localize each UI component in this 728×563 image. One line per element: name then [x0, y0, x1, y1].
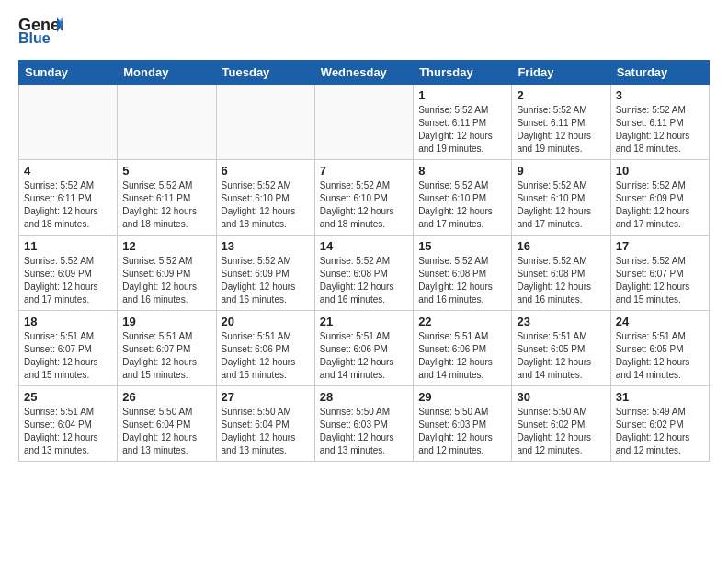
day-info: Sunrise: 5:51 AM Sunset: 6:07 PM Dayligh…: [24, 330, 112, 382]
day-info: Sunrise: 5:51 AM Sunset: 6:06 PM Dayligh…: [222, 330, 310, 382]
day-number: 30: [517, 390, 605, 404]
day-number: 16: [517, 239, 605, 253]
calendar-cell: [19, 85, 118, 160]
day-number: 6: [222, 164, 310, 178]
day-number: 19: [122, 315, 210, 328]
day-info: Sunrise: 5:52 AM Sunset: 6:09 PM Dayligh…: [616, 179, 704, 231]
day-number: 11: [24, 239, 112, 253]
day-info: Sunrise: 5:52 AM Sunset: 6:08 PM Dayligh…: [320, 255, 408, 306]
calendar-cell: 18Sunrise: 5:51 AM Sunset: 6:07 PM Dayli…: [19, 311, 118, 386]
calendar-cell: 1Sunrise: 5:52 AM Sunset: 6:11 PM Daylig…: [414, 85, 512, 160]
day-info: Sunrise: 5:52 AM Sunset: 6:07 PM Dayligh…: [616, 255, 704, 306]
day-number: 10: [616, 164, 704, 178]
calendar-cell: [216, 85, 314, 160]
calendar-cell: 3Sunrise: 5:52 AM Sunset: 6:11 PM Daylig…: [610, 85, 709, 160]
day-info: Sunrise: 5:52 AM Sunset: 6:11 PM Dayligh…: [616, 104, 704, 155]
calendar-cell: 7Sunrise: 5:52 AM Sunset: 6:10 PM Daylig…: [314, 160, 413, 236]
weekday-monday: Monday: [118, 61, 216, 85]
day-number: 9: [517, 164, 605, 178]
calendar-cell: 19Sunrise: 5:51 AM Sunset: 6:07 PM Dayli…: [118, 311, 216, 386]
calendar-cell: 25Sunrise: 5:51 AM Sunset: 6:04 PM Dayli…: [19, 386, 118, 462]
day-info: Sunrise: 5:51 AM Sunset: 6:06 PM Dayligh…: [418, 330, 506, 382]
day-number: 3: [616, 88, 704, 102]
day-number: 14: [320, 239, 408, 253]
weekday-tuesday: Tuesday: [216, 61, 314, 85]
day-number: 26: [122, 390, 210, 404]
weekday-thursday: Thursday: [414, 61, 512, 85]
weekday-header-row: SundayMondayTuesdayWednesdayThursdayFrid…: [19, 61, 710, 85]
week-row-5: 25Sunrise: 5:51 AM Sunset: 6:04 PM Dayli…: [19, 386, 710, 462]
day-info: Sunrise: 5:52 AM Sunset: 6:11 PM Dayligh…: [122, 179, 210, 231]
day-number: 28: [320, 390, 408, 404]
day-number: 31: [616, 390, 704, 404]
day-number: 17: [616, 239, 704, 253]
day-number: 18: [24, 315, 112, 328]
day-info: Sunrise: 5:52 AM Sunset: 6:11 PM Dayligh…: [24, 179, 112, 231]
calendar-cell: 20Sunrise: 5:51 AM Sunset: 6:06 PM Dayli…: [216, 311, 314, 386]
weekday-sunday: Sunday: [19, 61, 118, 85]
calendar-cell: 9Sunrise: 5:52 AM Sunset: 6:10 PM Daylig…: [512, 160, 610, 236]
day-number: 1: [418, 88, 506, 102]
calendar-cell: 2Sunrise: 5:52 AM Sunset: 6:11 PM Daylig…: [512, 85, 610, 160]
calendar-cell: 15Sunrise: 5:52 AM Sunset: 6:08 PM Dayli…: [414, 236, 512, 311]
day-number: 22: [418, 315, 506, 328]
day-info: Sunrise: 5:50 AM Sunset: 6:04 PM Dayligh…: [122, 406, 210, 457]
calendar-cell: 12Sunrise: 5:52 AM Sunset: 6:09 PM Dayli…: [118, 236, 216, 311]
day-info: Sunrise: 5:52 AM Sunset: 6:09 PM Dayligh…: [222, 255, 310, 306]
logo: General Blue: [18, 14, 63, 51]
day-number: 7: [320, 164, 408, 178]
calendar-table: SundayMondayTuesdayWednesdayThursdayFrid…: [18, 60, 710, 462]
calendar-cell: 27Sunrise: 5:50 AM Sunset: 6:04 PM Dayli…: [216, 386, 314, 462]
day-info: Sunrise: 5:51 AM Sunset: 6:05 PM Dayligh…: [517, 330, 605, 382]
day-number: 2: [517, 88, 605, 102]
day-info: Sunrise: 5:52 AM Sunset: 6:11 PM Dayligh…: [517, 104, 605, 155]
page-container: General Blue SundayMondayTuesdayWednesda…: [0, 0, 728, 476]
day-info: Sunrise: 5:51 AM Sunset: 6:04 PM Dayligh…: [24, 406, 112, 457]
calendar-cell: 29Sunrise: 5:50 AM Sunset: 6:03 PM Dayli…: [414, 386, 512, 462]
day-number: 20: [222, 315, 310, 328]
logo-icon: General Blue: [18, 14, 63, 51]
week-row-1: 1Sunrise: 5:52 AM Sunset: 6:11 PM Daylig…: [19, 85, 710, 160]
calendar-cell: 4Sunrise: 5:52 AM Sunset: 6:11 PM Daylig…: [19, 160, 118, 236]
calendar-cell: 26Sunrise: 5:50 AM Sunset: 6:04 PM Dayli…: [118, 386, 216, 462]
calendar-cell: 23Sunrise: 5:51 AM Sunset: 6:05 PM Dayli…: [512, 311, 610, 386]
day-info: Sunrise: 5:52 AM Sunset: 6:10 PM Dayligh…: [222, 179, 310, 231]
day-info: Sunrise: 5:49 AM Sunset: 6:02 PM Dayligh…: [616, 406, 704, 457]
day-info: Sunrise: 5:50 AM Sunset: 6:02 PM Dayligh…: [517, 406, 605, 457]
weekday-saturday: Saturday: [610, 61, 709, 85]
day-number: 12: [122, 239, 210, 253]
header: General Blue: [18, 14, 710, 51]
svg-text:Blue: Blue: [18, 30, 51, 46]
calendar-cell: 24Sunrise: 5:51 AM Sunset: 6:05 PM Dayli…: [610, 311, 709, 386]
calendar-cell: 17Sunrise: 5:52 AM Sunset: 6:07 PM Dayli…: [610, 236, 709, 311]
day-number: 24: [616, 315, 704, 328]
calendar-cell: 6Sunrise: 5:52 AM Sunset: 6:10 PM Daylig…: [216, 160, 314, 236]
day-info: Sunrise: 5:50 AM Sunset: 6:04 PM Dayligh…: [222, 406, 310, 457]
day-info: Sunrise: 5:52 AM Sunset: 6:10 PM Dayligh…: [517, 179, 605, 231]
day-info: Sunrise: 5:52 AM Sunset: 6:08 PM Dayligh…: [418, 255, 506, 306]
day-info: Sunrise: 5:51 AM Sunset: 6:06 PM Dayligh…: [320, 330, 408, 382]
weekday-friday: Friday: [512, 61, 610, 85]
day-number: 5: [122, 164, 210, 178]
calendar-cell: [314, 85, 413, 160]
calendar-cell: 5Sunrise: 5:52 AM Sunset: 6:11 PM Daylig…: [118, 160, 216, 236]
day-number: 13: [222, 239, 310, 253]
calendar-cell: 31Sunrise: 5:49 AM Sunset: 6:02 PM Dayli…: [610, 386, 709, 462]
day-info: Sunrise: 5:50 AM Sunset: 6:03 PM Dayligh…: [418, 406, 506, 457]
day-info: Sunrise: 5:52 AM Sunset: 6:09 PM Dayligh…: [24, 255, 112, 306]
day-number: 21: [320, 315, 408, 328]
day-info: Sunrise: 5:50 AM Sunset: 6:03 PM Dayligh…: [320, 406, 408, 457]
day-number: 8: [418, 164, 506, 178]
day-number: 29: [418, 390, 506, 404]
calendar-cell: [118, 85, 216, 160]
day-number: 23: [517, 315, 605, 328]
day-number: 4: [24, 164, 112, 178]
calendar-cell: 14Sunrise: 5:52 AM Sunset: 6:08 PM Dayli…: [314, 236, 413, 311]
week-row-3: 11Sunrise: 5:52 AM Sunset: 6:09 PM Dayli…: [19, 236, 710, 311]
week-row-2: 4Sunrise: 5:52 AM Sunset: 6:11 PM Daylig…: [19, 160, 710, 236]
day-number: 15: [418, 239, 506, 253]
day-info: Sunrise: 5:52 AM Sunset: 6:10 PM Dayligh…: [418, 179, 506, 231]
week-row-4: 18Sunrise: 5:51 AM Sunset: 6:07 PM Dayli…: [19, 311, 710, 386]
calendar-cell: 28Sunrise: 5:50 AM Sunset: 6:03 PM Dayli…: [314, 386, 413, 462]
day-info: Sunrise: 5:52 AM Sunset: 6:11 PM Dayligh…: [418, 104, 506, 155]
